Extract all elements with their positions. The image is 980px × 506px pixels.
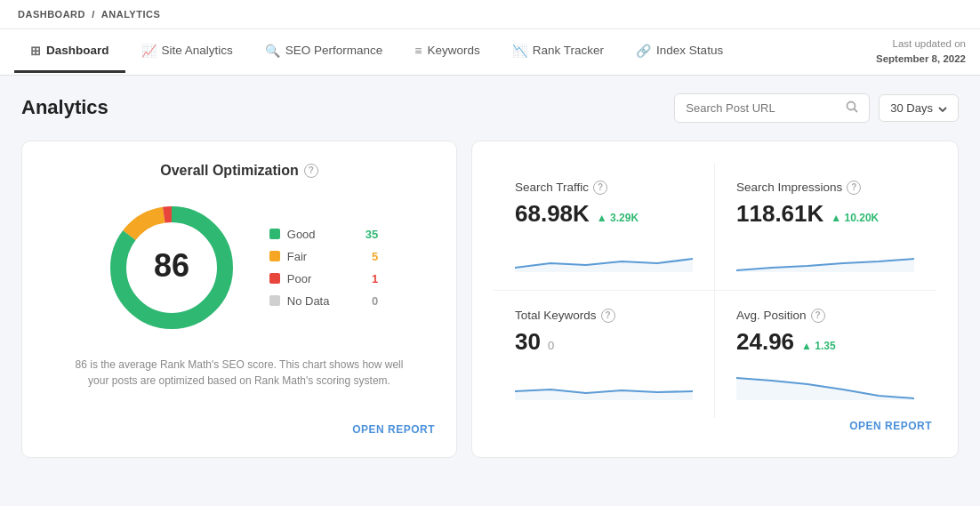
stat-info-icon[interactable]: ?: [847, 181, 861, 195]
stats-inner: Search Traffic ? 68.98K ▲ 3.29K Search I…: [494, 163, 936, 436]
stat-label: Total Keywords ?: [515, 309, 693, 323]
stat-info-icon[interactable]: ?: [601, 309, 615, 323]
breadcrumb-dashboard[interactable]: DASHBOARD: [18, 9, 85, 20]
tab-dashboard[interactable]: ⊞Dashboard: [14, 31, 125, 73]
keywords-tab-icon: ≡: [414, 44, 422, 58]
stat-number: 118.61K: [736, 200, 823, 228]
svg-text:86: 86: [154, 247, 189, 284]
stat-info-icon[interactable]: ?: [593, 181, 607, 195]
dashboard-tab-label: Dashboard: [46, 44, 109, 57]
seo-performance-tab-label: SEO Performance: [285, 44, 383, 57]
tab-seo-performance[interactable]: 🔍SEO Performance: [249, 31, 399, 73]
stat-value: 30 0: [515, 328, 693, 356]
legend-dot: [269, 273, 280, 284]
stat-sub: 0: [548, 339, 554, 352]
stat-label: Search Impressions ?: [736, 181, 914, 195]
days-select[interactable]: 30 Days: [879, 94, 959, 122]
open-report-right[interactable]: OPEN REPORT: [849, 420, 932, 432]
stat-cell-search-traffic: Search Traffic ? 68.98K ▲ 3.29K: [494, 163, 715, 291]
legend-dot: [269, 251, 280, 261]
stat-cell-search-impressions: Search Impressions ? 118.61K ▲ 10.20K: [715, 163, 936, 291]
legend-item: No Data 0: [269, 294, 378, 308]
optimization-info-icon[interactable]: ?: [304, 164, 318, 178]
legend-value: 35: [365, 228, 378, 241]
controls: 30 Days: [674, 93, 959, 123]
legend-item: Fair 5: [269, 250, 378, 263]
stat-info-icon[interactable]: ?: [811, 309, 825, 323]
legend-label: Good: [287, 228, 341, 241]
optimization-title: Overall Optimization ?: [44, 163, 435, 179]
site-analytics-tab-label: Site Analytics: [162, 44, 233, 57]
legend-value: 5: [372, 250, 378, 263]
stat-number: 68.98K: [515, 200, 590, 228]
donut-area: 86 Good 35 Fair 5 Poor 1 No Data 0: [100, 197, 378, 339]
stat-value: 24.96 ▲ 1.35: [736, 328, 914, 356]
mini-chart: [736, 237, 914, 272]
stat-label: Avg. Position ?: [736, 309, 914, 323]
legend-value: 1: [372, 272, 378, 285]
rank-tracker-tab-icon: 📉: [512, 44, 527, 58]
stat-change: ▲ 1.35: [801, 340, 836, 352]
stat-change: ▲ 3.29K: [597, 212, 639, 224]
index-status-tab-icon: 🔗: [636, 44, 651, 58]
seo-performance-tab-icon: 🔍: [265, 44, 280, 58]
search-input[interactable]: [686, 101, 839, 115]
cards-row: Overall Optimization ?: [21, 141, 959, 458]
page-header: Analytics 30 Days: [21, 93, 959, 123]
optimization-card: Overall Optimization ?: [21, 141, 457, 458]
stat-value: 68.98K ▲ 3.29K: [515, 200, 693, 228]
stat-cell-avg.-position: Avg. Position ? 24.96 ▲ 1.35: [715, 291, 936, 418]
stat-number: 24.96: [736, 328, 794, 356]
stats-grid: Search Traffic ? 68.98K ▲ 3.29K Search I…: [494, 163, 936, 418]
stats-card: Search Traffic ? 68.98K ▲ 3.29K Search I…: [471, 141, 959, 458]
dashboard-tab-icon: ⊞: [30, 44, 41, 58]
right-footer: OPEN REPORT: [494, 418, 936, 436]
stat-value: 118.61K ▲ 10.20K: [736, 200, 914, 228]
legend-value: 0: [372, 294, 378, 308]
tabs: ⊞Dashboard📈Site Analytics🔍SEO Performanc…: [14, 31, 858, 73]
keywords-tab-label: Keywords: [428, 44, 480, 57]
tab-bar: ⊞Dashboard📈Site Analytics🔍SEO Performanc…: [0, 29, 980, 76]
legend-item: Poor 1: [269, 272, 378, 285]
chevron-down-icon: [938, 101, 947, 115]
stat-label: Search Traffic ?: [515, 181, 693, 195]
donut-chart: 86: [100, 197, 243, 339]
search-box[interactable]: [674, 93, 870, 123]
stat-change: ▲ 10.20K: [831, 212, 879, 224]
rank-tracker-tab-label: Rank Tracker: [533, 44, 604, 57]
tab-site-analytics[interactable]: 📈Site Analytics: [125, 31, 249, 73]
legend: Good 35 Fair 5 Poor 1 No Data 0: [269, 228, 378, 308]
last-updated: Last updated on September 8, 2022: [858, 29, 966, 75]
legend-label: No Data: [287, 294, 347, 308]
legend-item: Good 35: [269, 228, 378, 241]
tab-keywords[interactable]: ≡Keywords: [398, 31, 495, 73]
svg-line-1: [855, 108, 858, 112]
legend-dot: [269, 229, 280, 239]
breadcrumb-current: ANALYTICS: [101, 9, 160, 20]
open-report-left[interactable]: OPEN REPORT: [44, 423, 435, 436]
mini-chart: [515, 365, 693, 400]
legend-label: Fair: [287, 250, 347, 263]
site-analytics-tab-icon: 📈: [141, 44, 157, 58]
index-status-tab-label: Index Status: [656, 44, 723, 57]
tab-rank-tracker[interactable]: 📉Rank Tracker: [496, 31, 620, 73]
breadcrumb: DASHBOARD / ANALYTICS: [0, 0, 980, 29]
stat-cell-total-keywords: Total Keywords ? 30 0: [494, 291, 715, 418]
optimization-desc: 86 is the average Rank Math's SEO score.…: [70, 357, 408, 389]
page-title: Analytics: [21, 96, 108, 119]
stat-number: 30: [515, 328, 541, 356]
mini-chart: [515, 237, 693, 272]
tab-index-status[interactable]: 🔗Index Status: [620, 31, 739, 73]
search-icon: [846, 100, 858, 116]
legend-label: Poor: [287, 272, 347, 285]
main-content: Analytics 30 Days: [0, 76, 980, 476]
legend-dot: [269, 295, 280, 306]
mini-chart: [736, 365, 914, 400]
svg-point-0: [847, 101, 855, 109]
